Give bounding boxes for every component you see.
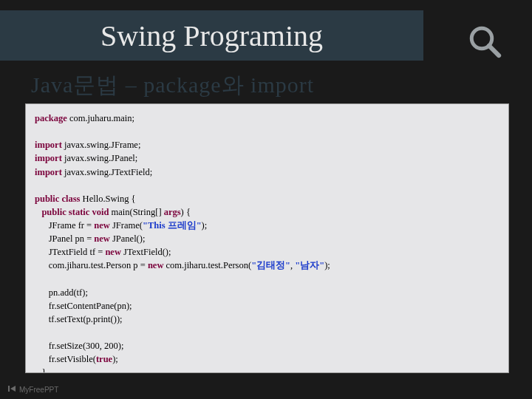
svg-line-1 — [489, 46, 499, 55]
code-text: pn.add(tf); — [35, 287, 88, 298]
code-text: ) { — [181, 207, 191, 217]
code-text: com.juharu.main; — [67, 113, 134, 123]
code-kw: import — [35, 167, 62, 177]
code-text: ); — [202, 220, 208, 231]
code-kw: import — [35, 153, 62, 163]
code-text: JPanel(); — [110, 233, 146, 244]
svg-marker-3 — [10, 386, 16, 392]
code-text: com.jiharu.test.Person( — [163, 260, 251, 270]
magnify-icon — [466, 22, 506, 63]
code-kw: new — [94, 233, 110, 244]
code-text: com.jiharu.test.Person p = — [35, 260, 148, 270]
code-kw: public static void — [35, 207, 109, 217]
code-text: fr.setVisible( — [35, 354, 96, 364]
code-kw: import — [35, 140, 62, 150]
code-panel: package com.juharu.main; import javax.sw… — [25, 103, 509, 373]
page-title: Swing Programing — [100, 18, 323, 53]
svg-rect-2 — [8, 386, 10, 392]
footer-text: MyFreePPT — [19, 386, 58, 394]
code-text: tf.setText(p.print()); — [35, 314, 123, 324]
code-text: javax.swing.JPanel; — [62, 153, 137, 163]
code-text: fr.setSize(300, 200); — [35, 341, 123, 351]
code-kw: new — [105, 247, 121, 257]
code-str: "This 프레임" — [143, 220, 202, 231]
code-text: Hello.Swing { — [80, 194, 135, 204]
code-kw: public class — [35, 194, 80, 204]
code-text: ); — [112, 354, 118, 364]
code-text: JFrame( — [110, 220, 143, 231]
code-text: JFrame fr = — [35, 220, 94, 231]
code-text: JTextField(); — [121, 247, 171, 257]
code-kw: new — [94, 220, 110, 231]
code-str: "김태정" — [251, 260, 290, 270]
subtitle: Java문법 – package와 import — [31, 70, 314, 100]
code-text: JPanel pn = — [35, 233, 94, 244]
code-text: fr.setContentPane(pn); — [35, 301, 132, 311]
code-kw: package — [35, 113, 67, 123]
code-str: "남자" — [295, 260, 324, 270]
code-text: } — [35, 367, 46, 373]
code-text: JTextField tf = — [35, 247, 105, 257]
code-text: javax.swing.JTextField; — [62, 167, 152, 177]
code-kw: new — [148, 260, 164, 270]
header-bar: Swing Programing — [0, 10, 423, 61]
code-kw: true — [96, 354, 112, 364]
rewind-icon — [7, 384, 16, 395]
footer-brand: MyFreePPT — [7, 384, 58, 395]
code-text: ); — [324, 260, 330, 270]
code-text: javax.swing.JFrame; — [62, 140, 141, 150]
code-text: main(String[] — [109, 207, 163, 217]
code-kw: args — [164, 207, 181, 217]
